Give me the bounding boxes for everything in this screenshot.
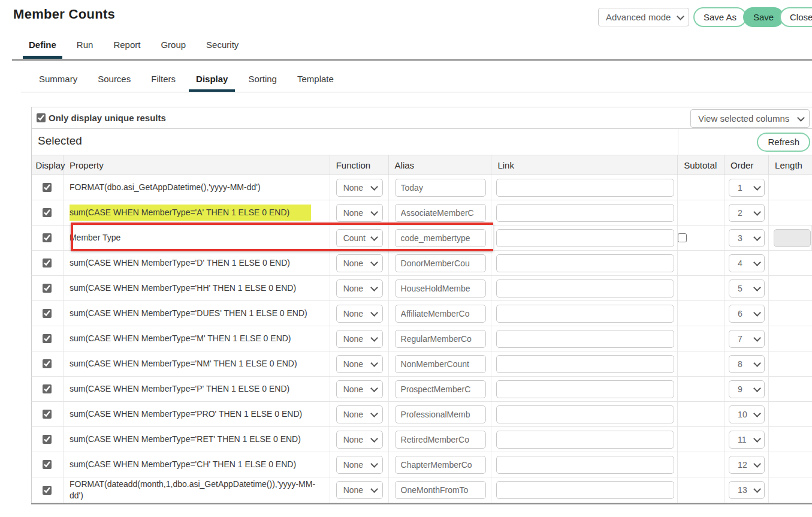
order-select-control[interactable]: 5 bbox=[729, 279, 765, 297]
tab-group[interactable]: Group bbox=[155, 40, 192, 59]
link-input[interactable] bbox=[496, 330, 674, 348]
order-select-control[interactable]: 13 bbox=[729, 481, 765, 499]
subtab-sources[interactable]: Sources bbox=[90, 72, 138, 92]
link-input[interactable] bbox=[496, 204, 674, 222]
display-checkbox[interactable] bbox=[43, 384, 52, 393]
function-select[interactable]: None bbox=[336, 355, 383, 373]
alias-input[interactable] bbox=[395, 330, 486, 348]
display-checkbox[interactable] bbox=[43, 233, 52, 242]
tab-define[interactable]: Define bbox=[23, 40, 62, 59]
advanced-mode-select-control[interactable]: Advanced mode bbox=[598, 8, 689, 26]
function-select-control[interactable]: None bbox=[336, 405, 383, 423]
order-select[interactable]: 10 bbox=[729, 405, 765, 423]
alias-input[interactable] bbox=[395, 279, 486, 297]
function-select-control[interactable]: None bbox=[336, 305, 383, 323]
function-select[interactable]: None bbox=[336, 179, 383, 197]
order-select[interactable]: 5 bbox=[729, 279, 765, 297]
unique-results-checkbox[interactable] bbox=[37, 113, 46, 122]
tab-run[interactable]: Run bbox=[71, 40, 99, 59]
order-select[interactable]: 7 bbox=[729, 330, 765, 348]
refresh-button[interactable]: Refresh bbox=[757, 133, 810, 152]
link-input[interactable] bbox=[496, 254, 674, 272]
function-select-control[interactable]: None bbox=[336, 254, 383, 272]
advanced-mode-select[interactable]: Advanced mode bbox=[598, 8, 689, 26]
display-checkbox[interactable] bbox=[43, 435, 52, 444]
order-select[interactable]: 4 bbox=[729, 254, 765, 272]
order-select-control[interactable]: 9 bbox=[729, 380, 765, 398]
close-button[interactable]: Close bbox=[780, 7, 812, 27]
function-select-control[interactable]: Count bbox=[336, 229, 383, 247]
save-as-button[interactable]: Save As bbox=[693, 7, 747, 27]
display-checkbox[interactable] bbox=[43, 284, 52, 293]
view-columns-select[interactable]: View selected columns bbox=[690, 109, 810, 128]
function-select[interactable]: None bbox=[336, 481, 383, 499]
function-select[interactable]: None bbox=[336, 456, 383, 474]
function-select-control[interactable]: None bbox=[336, 431, 383, 449]
subtab-sorting[interactable]: Sorting bbox=[241, 72, 284, 92]
display-checkbox[interactable] bbox=[43, 359, 52, 368]
alias-input[interactable] bbox=[395, 405, 486, 423]
function-select-control[interactable]: None bbox=[336, 279, 383, 297]
function-select[interactable]: None bbox=[336, 431, 383, 449]
view-columns-select-control[interactable]: View selected columns bbox=[690, 109, 810, 128]
link-input[interactable] bbox=[496, 431, 674, 449]
link-input[interactable] bbox=[496, 405, 674, 423]
function-select-control[interactable]: None bbox=[336, 481, 383, 499]
order-select[interactable]: 1 bbox=[729, 179, 765, 197]
order-select-control[interactable]: 3 bbox=[729, 229, 765, 247]
function-select-control[interactable]: None bbox=[336, 456, 383, 474]
display-checkbox[interactable] bbox=[43, 410, 52, 419]
link-input[interactable] bbox=[496, 456, 674, 474]
order-select[interactable]: 12 bbox=[729, 456, 765, 474]
function-select-control[interactable]: None bbox=[336, 355, 383, 373]
subtab-display[interactable]: Display bbox=[189, 72, 235, 92]
display-checkbox[interactable] bbox=[43, 486, 52, 495]
display-checkbox[interactable] bbox=[43, 183, 52, 192]
function-select[interactable]: None bbox=[336, 330, 383, 348]
order-select[interactable]: 9 bbox=[729, 380, 765, 398]
function-select-control[interactable]: None bbox=[336, 179, 383, 197]
order-select[interactable]: 13 bbox=[729, 481, 765, 499]
order-select[interactable]: 8 bbox=[729, 355, 765, 373]
display-checkbox[interactable] bbox=[43, 460, 52, 469]
save-button[interactable]: Save bbox=[743, 7, 784, 27]
function-select[interactable]: None bbox=[336, 305, 383, 323]
order-select[interactable]: 6 bbox=[729, 305, 765, 323]
order-select-control[interactable]: 12 bbox=[729, 456, 765, 474]
order-select-control[interactable]: 4 bbox=[729, 254, 765, 272]
order-select-control[interactable]: 11 bbox=[729, 431, 765, 449]
function-select[interactable]: None bbox=[336, 254, 383, 272]
function-select[interactable]: None bbox=[336, 380, 383, 398]
link-input[interactable] bbox=[496, 179, 674, 197]
link-input[interactable] bbox=[496, 355, 674, 373]
function-select-control[interactable]: None bbox=[336, 380, 383, 398]
subtab-filters[interactable]: Filters bbox=[144, 72, 183, 92]
alias-input[interactable] bbox=[395, 229, 486, 247]
subtab-template[interactable]: Template bbox=[290, 72, 341, 92]
alias-input[interactable] bbox=[395, 179, 486, 197]
order-select-control[interactable]: 7 bbox=[729, 330, 765, 348]
function-select-control[interactable]: None bbox=[336, 204, 383, 222]
order-select[interactable]: 2 bbox=[729, 204, 765, 222]
display-checkbox[interactable] bbox=[43, 258, 52, 267]
order-select-control[interactable]: 10 bbox=[729, 405, 765, 423]
link-input[interactable] bbox=[496, 481, 674, 499]
tab-security[interactable]: Security bbox=[200, 40, 244, 59]
link-input[interactable] bbox=[496, 305, 674, 323]
alias-input[interactable] bbox=[395, 254, 486, 272]
alias-input[interactable] bbox=[395, 204, 486, 222]
alias-input[interactable] bbox=[395, 355, 486, 373]
alias-input[interactable] bbox=[395, 431, 486, 449]
subtotal-checkbox[interactable] bbox=[678, 233, 687, 242]
function-select[interactable]: None bbox=[336, 279, 383, 297]
link-input[interactable] bbox=[496, 380, 674, 398]
order-select-control[interactable]: 2 bbox=[729, 204, 765, 222]
subtab-summary[interactable]: Summary bbox=[32, 72, 84, 92]
function-select[interactable]: Count bbox=[336, 229, 383, 247]
function-select-control[interactable]: None bbox=[336, 330, 383, 348]
function-select[interactable]: None bbox=[336, 204, 383, 222]
order-select-control[interactable]: 1 bbox=[729, 179, 765, 197]
alias-input[interactable] bbox=[395, 305, 486, 323]
alias-input[interactable] bbox=[395, 456, 486, 474]
alias-input[interactable] bbox=[395, 380, 486, 398]
